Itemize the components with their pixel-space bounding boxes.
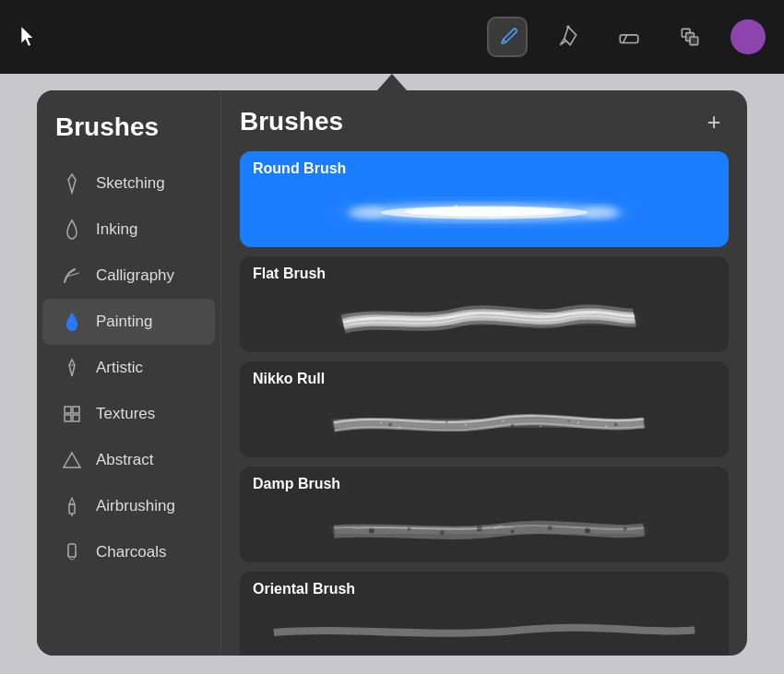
textures-icon — [61, 403, 83, 425]
svg-marker-5 — [68, 174, 76, 193]
svg-point-20 — [404, 207, 564, 216]
abstract-label: Abstract — [96, 451, 153, 469]
brush-item-flat-brush[interactable]: Flat Brush — [240, 256, 729, 352]
damp-brush-preview — [240, 498, 729, 562]
svg-point-26 — [549, 211, 552, 214]
brush-item-damp-brush[interactable]: Damp Brush — [240, 467, 729, 562]
svg-point-38 — [445, 420, 448, 423]
svg-point-0 — [566, 26, 569, 29]
svg-rect-1 — [620, 35, 638, 43]
brush-item-oriental-brush[interactable]: Oriental Brush — [240, 572, 729, 656]
flat-brush-preview — [240, 288, 729, 352]
sidebar-item-textures[interactable]: Textures — [42, 391, 215, 437]
charcoals-label: Charcoals — [96, 543, 167, 562]
svg-point-42 — [369, 528, 374, 534]
calligraphy-icon — [61, 265, 83, 287]
add-brush-button[interactable]: + — [699, 107, 729, 136]
user-avatar-button[interactable] — [731, 19, 766, 54]
svg-point-35 — [577, 421, 579, 423]
svg-rect-11 — [73, 415, 79, 421]
sidebar-item-abstract[interactable]: Abstract — [42, 437, 215, 483]
brush-item-round-brush[interactable]: Round Brush — [240, 151, 729, 247]
toolbar — [0, 0, 784, 74]
svg-point-34 — [540, 426, 541, 428]
svg-point-25 — [529, 207, 533, 210]
svg-point-37 — [388, 423, 392, 427]
nikko-rull-label: Nikko Rull — [240, 361, 729, 393]
svg-point-23 — [454, 205, 457, 208]
inking-label: Inking — [96, 220, 137, 239]
content-header: Brushes + — [240, 107, 729, 136]
svg-point-29 — [380, 421, 382, 423]
svg-point-48 — [585, 528, 590, 534]
pen-tool-button[interactable] — [548, 17, 588, 57]
svg-marker-14 — [69, 498, 75, 504]
svg-rect-9 — [73, 407, 79, 413]
svg-rect-16 — [68, 544, 76, 557]
sidebar-item-airbrushing[interactable]: Airbrushing — [42, 483, 215, 529]
svg-point-47 — [548, 526, 552, 530]
svg-marker-12 — [64, 453, 80, 467]
panel-title: Brushes — [37, 103, 220, 160]
artistic-label: Artistic — [96, 359, 143, 377]
svg-point-40 — [567, 420, 570, 422]
svg-point-27 — [348, 205, 386, 219]
round-brush-preview — [240, 183, 729, 247]
sidebar-item-calligraphy[interactable]: Calligraphy — [42, 253, 215, 299]
eraser-tool-button[interactable] — [609, 17, 649, 57]
svg-point-46 — [511, 530, 515, 534]
svg-point-36 — [605, 425, 607, 427]
svg-point-28 — [583, 205, 621, 219]
sketching-label: Sketching — [96, 174, 165, 193]
painting-icon — [61, 311, 83, 333]
svg-point-32 — [465, 424, 467, 426]
svg-point-21 — [417, 207, 421, 211]
textures-label: Textures — [96, 405, 155, 423]
sidebar-item-artistic[interactable]: Artistic — [42, 345, 215, 391]
svg-rect-4 — [690, 37, 698, 45]
oriental-brush-label: Oriental Brush — [240, 572, 729, 603]
brushes-panel: Brushes Sketching Inking — [37, 90, 747, 656]
ink-icon — [61, 219, 83, 241]
oriental-brush-preview — [240, 603, 729, 656]
toolbar-left — [9, 17, 50, 57]
charcoal-icon — [61, 541, 83, 563]
sidebar-item-painting[interactable]: Painting — [42, 299, 215, 345]
flat-brush-label: Flat Brush — [240, 256, 729, 288]
svg-point-31 — [427, 420, 429, 422]
airbrush-icon — [61, 495, 83, 517]
damp-brush-label: Damp Brush — [240, 467, 729, 498]
svg-point-39 — [511, 424, 515, 428]
svg-rect-8 — [65, 407, 71, 413]
svg-point-30 — [398, 426, 400, 428]
calligraphy-label: Calligraphy — [96, 266, 174, 285]
round-brush-label: Round Brush — [240, 151, 729, 183]
svg-marker-6 — [69, 360, 75, 376]
content-title: Brushes — [240, 107, 343, 136]
artistic-icon — [61, 357, 83, 379]
brush-list: Brushes + Round Brush — [221, 90, 747, 656]
sidebar-item-sketching[interactable]: Sketching — [42, 160, 215, 207]
sidebar-item-charcoals[interactable]: Charcoals — [42, 529, 215, 575]
panel-arrow — [377, 74, 407, 90]
sketch-icon — [61, 172, 83, 195]
svg-rect-13 — [69, 504, 75, 514]
layers-tool-button[interactable] — [670, 17, 710, 57]
cursor-tool-button[interactable] — [9, 17, 50, 57]
nikko-rull-preview — [240, 393, 729, 457]
svg-point-44 — [440, 530, 445, 535]
brush-tool-button[interactable] — [487, 17, 528, 57]
abstract-icon — [61, 449, 83, 471]
svg-rect-10 — [65, 415, 71, 421]
sidebar-item-inking[interactable]: Inking — [42, 207, 215, 253]
svg-point-24 — [493, 215, 495, 218]
toolbar-icons — [487, 17, 766, 57]
svg-point-22 — [436, 213, 439, 216]
svg-point-33 — [502, 420, 504, 421]
brush-item-nikko-rull[interactable]: Nikko Rull — [240, 361, 729, 457]
painting-label: Painting — [96, 313, 152, 331]
svg-point-41 — [614, 423, 618, 427]
svg-point-49 — [624, 526, 627, 530]
airbrushing-label: Airbrushing — [96, 497, 175, 515]
brush-categories-sidebar: Brushes Sketching Inking — [37, 90, 221, 656]
